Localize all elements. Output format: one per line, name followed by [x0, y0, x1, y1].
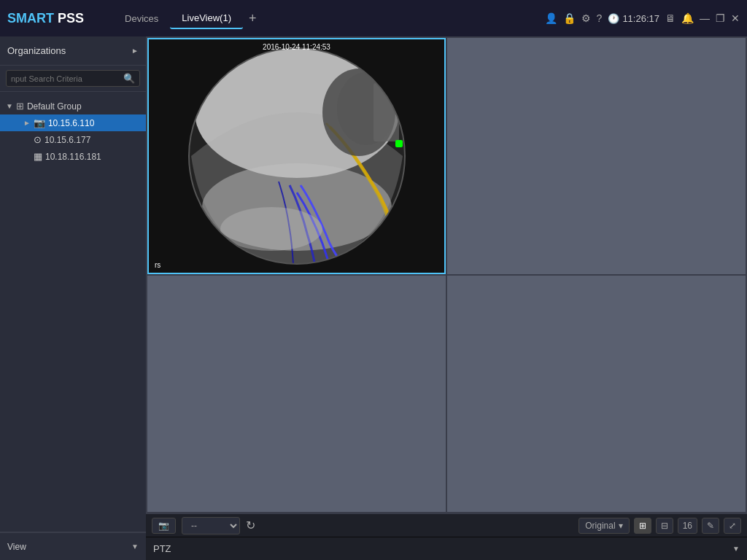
app-logo: SMART PSS: [7, 11, 84, 26]
search-container: 🔍: [6, 70, 140, 87]
ptz-bar[interactable]: PTZ ▼: [146, 537, 747, 560]
fisheye-feed: [149, 39, 444, 273]
camera-cell-topright[interactable]: [447, 38, 746, 274]
sidebar: Organizations ► 🔍 ▼ ⊞ Default Group ► 📷 …: [0, 36, 146, 560]
quality-dropdown-icon: ▾: [619, 521, 623, 531]
organizations-title: Organizations: [7, 45, 66, 56]
search-input[interactable]: [11, 74, 123, 83]
group-label: Default Group: [27, 101, 82, 112]
ptz-expand-icon: ▼: [732, 545, 740, 553]
snapshot-icon: 📷: [158, 521, 169, 531]
view-expand-icon: ▼: [131, 542, 139, 551]
view-2x2-button[interactable]: ⊞: [634, 518, 651, 534]
quality-label: Original: [585, 521, 615, 531]
svg-rect-8: [395, 140, 403, 147]
organizations-header[interactable]: Organizations ►: [0, 36, 146, 66]
clock-display: 🕐 11:26:17: [608, 13, 659, 24]
tree-item-1[interactable]: ⊙ 10.15.6.177: [0, 131, 146, 148]
camera-grid: 2016-10-24 11:24:53: [146, 36, 747, 513]
toolbar-right: Original ▾ ⊞ ⊟ 16 ✎ ⤢: [578, 518, 741, 534]
close-button[interactable]: ✕: [731, 12, 740, 24]
item-label-1: 10.15.6.177: [44, 135, 90, 145]
camera-cell-topleft[interactable]: 2016-10-24 11:24:53: [147, 38, 446, 274]
settings-icon[interactable]: ⚙: [581, 12, 591, 24]
monitor-icon[interactable]: 🖥: [665, 12, 676, 24]
device-tree: ▼ ⊞ Default Group ► 📷 10.15.6.110 ⊙ 10.1…: [0, 92, 146, 532]
camera-label: rs: [155, 261, 160, 269]
view-label: View: [7, 542, 26, 552]
add-tab-button[interactable]: +: [243, 11, 263, 26]
group-icon: ⊞: [16, 101, 24, 112]
nav-devices[interactable]: Devices: [113, 9, 170, 28]
edit-button[interactable]: ✎: [702, 518, 719, 534]
refresh-button[interactable]: ↻: [246, 518, 255, 532]
content-area: 2016-10-24 11:24:53: [146, 36, 747, 560]
camera-timestamp: 2016-10-24 11:24:53: [263, 43, 330, 51]
view-3x3-button[interactable]: ⊟: [656, 518, 673, 534]
fisheye-svg: [155, 39, 439, 273]
bell-icon[interactable]: 🔔: [681, 12, 694, 24]
snapshot-button[interactable]: 📷: [152, 518, 176, 534]
stream-select[interactable]: -- Stream 1 Stream 2: [182, 517, 240, 534]
titlebar-controls: 👤 🔒 ⚙ ? 🕐 11:26:17 🖥 🔔 — ❐ ✕: [545, 12, 740, 24]
minimize-button[interactable]: —: [700, 12, 710, 24]
tree-item-2[interactable]: ▦ 10.18.116.181: [0, 148, 146, 165]
organizations-expand-icon: ►: [131, 47, 139, 55]
search-icon: 🔍: [123, 73, 135, 84]
sidebar-bottom: View ▼: [0, 532, 146, 560]
camera-icon-0: 📷: [34, 117, 45, 128]
item-label-0: 10.15.6.110: [48, 118, 94, 128]
titlebar: SMART PSS Devices LiveView(1) + 👤 🔒 ⚙ ? …: [0, 0, 747, 36]
camera-cell-bottomright[interactable]: [447, 276, 746, 512]
lock-icon[interactable]: 🔒: [563, 12, 576, 24]
toolbar: 📷 -- Stream 1 Stream 2 ↻ Original ▾ ⊞ ⊟ …: [146, 513, 747, 537]
camera-icon-2: ▦: [34, 151, 42, 162]
tree-group-default[interactable]: ▼ ⊞ Default Group: [0, 98, 146, 114]
user-icon[interactable]: 👤: [545, 12, 557, 24]
item-label-2: 10.18.116.181: [45, 152, 101, 162]
nav-liveview[interactable]: LiveView(1): [170, 8, 243, 29]
camera-icon-1: ⊙: [34, 134, 42, 145]
search-bar: 🔍: [0, 66, 146, 92]
help-icon[interactable]: ?: [597, 12, 603, 24]
restore-button[interactable]: ❐: [716, 12, 725, 24]
view-section[interactable]: View ▼: [0, 532, 146, 560]
main-layout: Organizations ► 🔍 ▼ ⊞ Default Group ► 📷 …: [0, 36, 747, 560]
camera-cell-bottomleft[interactable]: [147, 276, 446, 512]
fullscreen-button[interactable]: ⤢: [724, 518, 741, 534]
tree-item-0[interactable]: ► 📷 10.15.6.110: [0, 114, 146, 131]
quality-select[interactable]: Original ▾: [578, 518, 629, 534]
item-arrow-0: ►: [23, 119, 31, 127]
ptz-label: PTZ: [153, 543, 171, 554]
group-collapse-icon: ▼: [6, 102, 13, 110]
clock-icon: 🕐: [608, 13, 619, 24]
view-16-button[interactable]: 16: [678, 518, 697, 534]
